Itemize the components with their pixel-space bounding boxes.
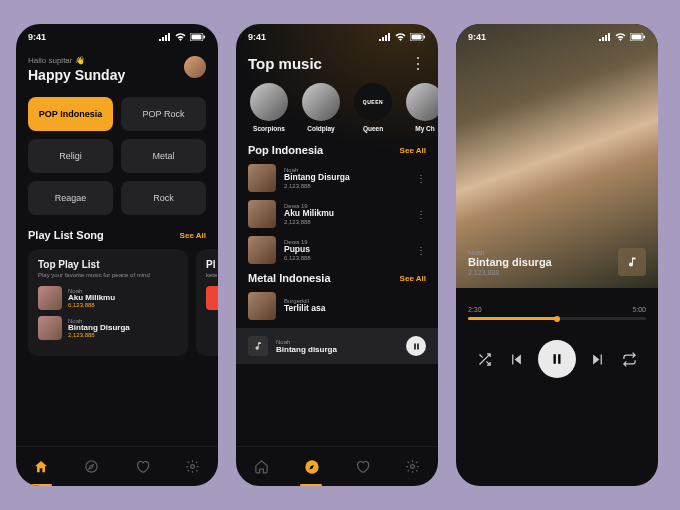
tab-favorites[interactable]	[352, 457, 372, 477]
progress-bar[interactable]	[468, 317, 646, 320]
track-more-icon[interactable]: ⋮	[416, 245, 426, 256]
chip-metal[interactable]: Metal	[121, 139, 206, 173]
metal-ind-list: BurgerkillTerlilit asa	[236, 292, 438, 328]
now-playing-bar[interactable]: NoahBintang disurga	[236, 328, 438, 364]
greeting-sub: Hallo supitar 👋	[28, 56, 125, 65]
track-plays: 2,123,888	[68, 332, 130, 338]
tab-home[interactable]	[251, 457, 271, 477]
skip-back-icon	[509, 352, 524, 367]
svg-point-9	[411, 465, 415, 469]
music-note-icon	[626, 256, 638, 268]
play-pause-button[interactable]	[538, 340, 576, 378]
playlist-title: Play List Song	[28, 229, 104, 241]
artist-item[interactable]: Coldplay	[300, 83, 342, 132]
greeting-main: Happy Sunday	[28, 67, 125, 83]
artist-name: My Ch	[415, 125, 435, 132]
artist-item[interactable]: My Ch	[404, 83, 438, 132]
status-indicators	[379, 33, 426, 41]
shuffle-icon	[477, 352, 492, 367]
top-music-title: Top music	[248, 55, 322, 72]
playlist-card-sub: Play your favorite music for peace of mi…	[38, 272, 178, 278]
pop-ind-header: Pop Indonesia See All	[236, 144, 438, 164]
music-note-icon	[253, 341, 263, 351]
tab-indicator	[300, 484, 322, 486]
metal-ind-see-all[interactable]: See All	[400, 274, 426, 283]
prev-button[interactable]	[506, 348, 528, 370]
gear-icon	[405, 459, 420, 474]
svg-rect-2	[204, 36, 206, 39]
gear-icon	[185, 459, 200, 474]
home-icon	[33, 459, 49, 475]
playlist-track[interactable]: Noah Bintang Disurga 2,123,888	[38, 316, 178, 340]
signal-icon	[159, 33, 171, 41]
track-art	[248, 236, 276, 264]
track-title: Aku Milikmu	[284, 209, 334, 218]
tab-home[interactable]	[31, 457, 51, 477]
track-plays: 2,123,888	[284, 219, 334, 225]
artist-item[interactable]: QUEENQueen	[352, 83, 394, 132]
avatar[interactable]	[184, 56, 206, 78]
track-plays: 2,123,888	[284, 183, 350, 189]
status-bar: 9:41	[16, 24, 218, 46]
playlist-card[interactable]: Top Play List Play your favorite music f…	[28, 249, 188, 356]
tab-explore[interactable]	[302, 457, 322, 477]
track-row[interactable]: NoahBintang Disurga2,123,888⋮	[248, 164, 426, 192]
album-artwork: 9:41 Noah Bintang disurga 2,123,888	[456, 24, 658, 288]
tab-bar	[16, 446, 218, 486]
wifi-icon	[175, 33, 186, 41]
chip-pop-rock[interactable]: POP Rock	[121, 97, 206, 131]
track-row[interactable]: Dewa 19Pupus6,123,888⋮	[248, 236, 426, 264]
pop-ind-see-all[interactable]: See All	[400, 146, 426, 155]
status-bar: 9:41	[236, 24, 438, 46]
next-button[interactable]	[586, 348, 608, 370]
tab-bar	[236, 446, 438, 486]
tab-settings[interactable]	[183, 457, 203, 477]
playlist-row: Top Play List Play your favorite music f…	[16, 249, 218, 356]
svg-rect-6	[412, 35, 422, 40]
track-more-icon[interactable]: ⋮	[416, 209, 426, 220]
time-elapsed: 2:30	[468, 306, 482, 313]
artist-name: Queen	[363, 125, 383, 132]
tab-favorites[interactable]	[132, 457, 152, 477]
playlist-track[interactable]: Noah Aku Milikmu 6,123,888	[38, 286, 178, 310]
player-album-chip[interactable]	[618, 248, 646, 276]
chip-religi[interactable]: Religi	[28, 139, 113, 173]
play-button[interactable]	[406, 336, 426, 356]
svg-rect-11	[632, 35, 642, 40]
track-art	[38, 316, 62, 340]
skip-forward-icon	[590, 352, 605, 367]
chip-rock[interactable]: Rock	[121, 181, 206, 215]
pop-ind-list: NoahBintang Disurga2,123,888⋮ Dewa 19Aku…	[236, 164, 438, 272]
tab-explore[interactable]	[82, 457, 102, 477]
track-title: Terlilit asa	[284, 304, 325, 313]
artist-avatar	[406, 83, 438, 121]
player-plays: 2,123,888	[468, 269, 552, 276]
track-art	[38, 286, 62, 310]
svg-rect-7	[424, 36, 426, 39]
chip-reagae[interactable]: Reagae	[28, 181, 113, 215]
track-plays: 6,123,888	[68, 302, 115, 308]
repeat-button[interactable]	[619, 348, 641, 370]
greeting-header: Hallo supitar 👋 Happy Sunday	[16, 46, 218, 97]
artist-item[interactable]: Scorpions	[248, 83, 290, 132]
more-icon[interactable]: ⋮	[410, 54, 426, 73]
now-playing-art	[248, 336, 268, 356]
track-more-icon[interactable]: ⋮	[416, 173, 426, 184]
svg-rect-12	[644, 36, 646, 39]
heart-icon	[135, 459, 150, 474]
progress-thumb[interactable]	[554, 316, 560, 322]
player-controls	[456, 330, 658, 378]
tab-settings[interactable]	[403, 457, 423, 477]
chip-pop-indonesia[interactable]: POP Indonesia	[28, 97, 113, 131]
playlist-see-all[interactable]: See All	[180, 231, 206, 240]
track-row[interactable]: Dewa 19Aku Milikmu2,123,888⋮	[248, 200, 426, 228]
shuffle-button[interactable]	[473, 348, 495, 370]
track-art	[248, 164, 276, 192]
track-title: Aku Milikmu	[68, 294, 115, 303]
track-row[interactable]: BurgerkillTerlilit asa	[248, 292, 426, 320]
pause-icon	[412, 342, 421, 351]
svg-point-3	[86, 461, 97, 472]
screen-explore: 9:41 Top music ⋮ Scorpions Coldplay QUEE…	[236, 24, 438, 486]
playlist-card-title: Top Play List	[38, 259, 178, 270]
playlist-card-peek[interactable]: Pl kete	[196, 249, 218, 356]
